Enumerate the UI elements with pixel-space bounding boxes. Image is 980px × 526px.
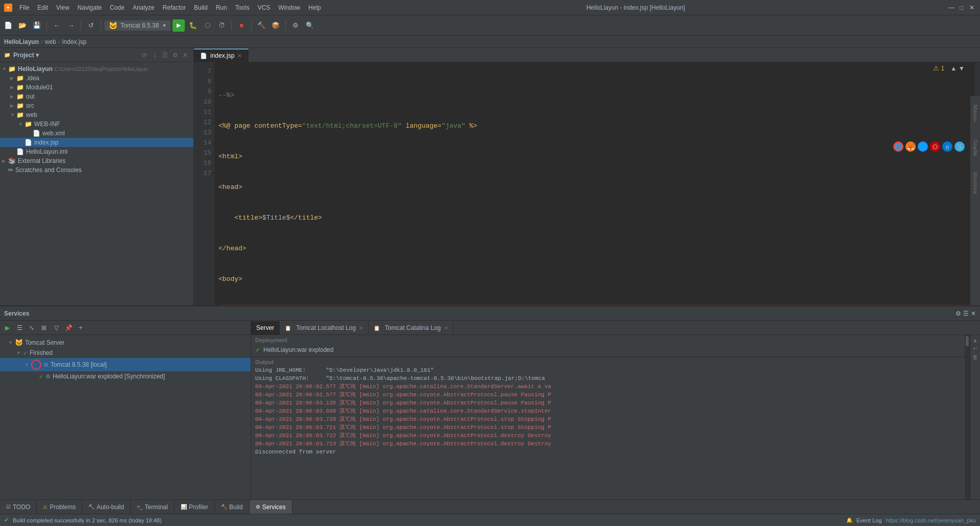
- localhost-tab-close[interactable]: ✕: [359, 325, 363, 331]
- debug-button[interactable]: 🐛: [187, 19, 199, 32]
- tree-indexjsp[interactable]: 📄 index.jsp: [0, 138, 193, 147]
- coverage-button[interactable]: ⬡: [201, 19, 213, 32]
- svc-group-btn[interactable]: ⊞: [39, 323, 49, 333]
- line-num-16: 16: [194, 158, 211, 169]
- svc-tree-tomcat-server[interactable]: ▼ 🐱 Tomcat Server: [0, 337, 251, 348]
- tree-root[interactable]: ▼ 📁 HelloLiayun C:\Users\32120\IdeaProje…: [0, 64, 193, 74]
- svc-pin-btn[interactable]: 📌: [63, 323, 74, 333]
- tree-scratches[interactable]: ✏ Scratches and Consoles: [0, 165, 193, 175]
- menu-edit[interactable]: Edit: [34, 3, 51, 12]
- collapse-icon[interactable]: ↕: [151, 51, 159, 59]
- filter-icon[interactable]: ☰: [161, 51, 169, 59]
- firefox-icon[interactable]: 🦊: [905, 141, 916, 152]
- menu-file[interactable]: File: [16, 3, 32, 12]
- close-icon[interactable]: ✕: [181, 51, 189, 59]
- scroll-up-icon[interactable]: ▲: [950, 65, 957, 72]
- svc-tab-server[interactable]: Server: [251, 321, 280, 334]
- tree-webxml[interactable]: 📄 web.xml: [0, 129, 193, 138]
- tab-terminal[interactable]: >_ Terminal: [131, 500, 175, 514]
- back-button[interactable]: ←: [51, 19, 63, 32]
- output-wrap-icon[interactable]: ↵: [973, 345, 977, 352]
- minimize-button[interactable]: —: [947, 4, 955, 12]
- maximize-button[interactable]: □: [958, 4, 966, 12]
- edge-icon[interactable]: e: [942, 141, 952, 152]
- tree-idea[interactable]: ▶ 📁 .idea: [0, 74, 193, 83]
- menu-build[interactable]: Build: [191, 3, 211, 12]
- scroll-down-icon[interactable]: ▼: [959, 65, 965, 72]
- search-button[interactable]: 🔍: [304, 19, 316, 32]
- svc-tab-localhost-log[interactable]: 📋 Tomcat Localhost Log ✕: [280, 321, 369, 334]
- tab-problems[interactable]: ⚠ Problems: [37, 500, 82, 514]
- tree-out[interactable]: ▶ 📁 out: [0, 92, 193, 101]
- run-config-dropdown[interactable]: 🐱 Tomcat 8.5.38 ▼: [105, 20, 170, 31]
- tab-todo[interactable]: ☑ TODO: [0, 500, 37, 514]
- breadcrumb-web[interactable]: web: [45, 38, 56, 45]
- output-scrollbar[interactable]: [965, 335, 970, 499]
- tree-iml[interactable]: 📄 HelloLiayun.iml: [0, 147, 193, 156]
- svc-collapse-btn[interactable]: ☰: [14, 323, 24, 333]
- close-button[interactable]: ✕: [968, 4, 976, 12]
- ie-icon[interactable]: 🌐: [918, 141, 928, 152]
- refresh-button[interactable]: ↺: [85, 19, 97, 32]
- menu-vcs[interactable]: VCS: [255, 3, 274, 12]
- svc-gear-icon[interactable]: ☰: [963, 310, 969, 317]
- opera-icon[interactable]: O: [930, 141, 940, 152]
- profile-button[interactable]: ⏱: [215, 19, 228, 32]
- output-scroll-up[interactable]: ▲: [972, 337, 978, 343]
- menu-analyze[interactable]: Analyze: [130, 3, 158, 12]
- tree-module01[interactable]: ▶ 📁 Module01: [0, 83, 193, 92]
- svc-filter-btn[interactable]: ▽: [51, 323, 61, 333]
- new-file-button[interactable]: 📄: [2, 19, 14, 32]
- right-panel-maven-icon[interactable]: Maven: [972, 98, 978, 129]
- tree-src[interactable]: ▶ 📁 src: [0, 101, 193, 110]
- tab-build[interactable]: 🔨 Build: [215, 500, 250, 514]
- svc-add-btn[interactable]: +: [76, 323, 86, 333]
- menu-navigate[interactable]: Navigate: [75, 3, 105, 12]
- deploy-button[interactable]: 📦: [270, 19, 282, 32]
- services-content: ▶ ☰ ⤡ ⊞ ▽ 📌 + ▼ 🐱 Tomcat Server: [0, 321, 980, 499]
- stop-button[interactable]: ■: [235, 19, 248, 32]
- tab-close-button[interactable]: ✕: [237, 53, 242, 59]
- menu-window[interactable]: Window: [275, 3, 303, 12]
- menu-view[interactable]: View: [53, 3, 72, 12]
- svc-tree-finished[interactable]: ▼ ✓ Finished: [0, 348, 251, 358]
- status-url[interactable]: https://blog.csdn.net/yerenyuan_pku: [886, 517, 976, 523]
- run-button[interactable]: ▶: [173, 19, 185, 32]
- svc-tree-hellowar[interactable]: ✓ ⚙ HelloLiayun:war exploded [Synchroniz…: [0, 371, 251, 381]
- tomcat-server-label: Tomcat Server: [25, 339, 64, 346]
- right-panel-gradle-icon[interactable]: Gradle: [972, 133, 978, 163]
- svc-settings-icon[interactable]: ⚙: [955, 310, 961, 317]
- scrollbar-thumb[interactable]: [966, 336, 969, 346]
- svc-close-icon[interactable]: ✕: [971, 310, 976, 317]
- tab-autobuild[interactable]: 🔨 Auto-build: [82, 500, 131, 514]
- menu-refactor[interactable]: Refactor: [160, 3, 189, 12]
- breadcrumb-file[interactable]: index.jsp: [62, 38, 86, 45]
- breadcrumb-project[interactable]: HelloLiayun: [4, 38, 39, 45]
- editor-tab-indexjsp[interactable]: 📄 index.jsp ✕: [194, 49, 249, 62]
- build-button[interactable]: 🔨: [255, 19, 267, 32]
- settings-button[interactable]: ⚙: [289, 19, 302, 32]
- tab-services[interactable]: ⚙ Services: [250, 500, 292, 514]
- right-panel-structure-icon[interactable]: Structure: [972, 168, 978, 198]
- tree-web[interactable]: ▼ 📁 web: [0, 110, 193, 119]
- output-clear-icon[interactable]: 🗑: [972, 354, 978, 360]
- svc-expand-btn[interactable]: ⤡: [27, 323, 37, 333]
- svc-tab-catalina-log[interactable]: 📋 Tomcat Catalina Log ✕: [369, 321, 453, 334]
- menu-code[interactable]: Code: [107, 3, 128, 12]
- svc-run-btn[interactable]: ▶: [2, 323, 12, 333]
- forward-button[interactable]: →: [65, 19, 77, 32]
- tree-webinf[interactable]: ▼ 📁 WEB-INF: [0, 119, 193, 129]
- tab-profiler[interactable]: 📊 Profiler: [175, 500, 215, 514]
- svc-tree-tomcat838[interactable]: ▼ ⚙ Tomcat 8.5.38 [local]: [0, 358, 251, 371]
- safari-icon[interactable]: S: [954, 141, 965, 152]
- catalina-tab-close[interactable]: ✕: [444, 325, 448, 331]
- chrome-icon[interactable]: 🌐: [893, 141, 903, 152]
- sync-icon[interactable]: ⟳: [140, 51, 149, 59]
- save-button[interactable]: 💾: [31, 19, 43, 32]
- menu-help[interactable]: Help: [305, 3, 324, 12]
- open-button[interactable]: 📂: [16, 19, 29, 32]
- menu-tools[interactable]: Tools: [232, 3, 253, 12]
- menu-run[interactable]: Run: [213, 3, 230, 12]
- settings-icon[interactable]: ⚙: [171, 51, 179, 59]
- tree-extlibs[interactable]: ▶ 📚 External Libraries: [0, 156, 193, 165]
